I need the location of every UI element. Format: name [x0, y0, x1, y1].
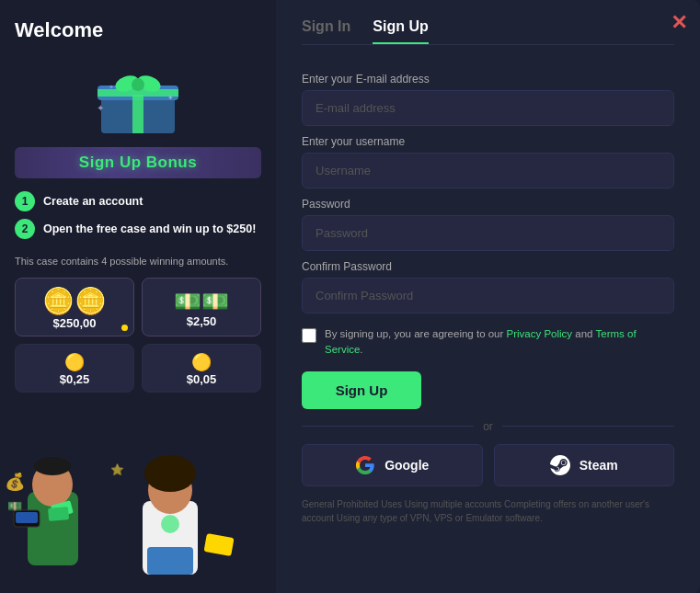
prize-dot-250 — [121, 325, 128, 331]
or-label: or — [483, 420, 493, 433]
tab-signup[interactable]: Sign Up — [373, 18, 428, 44]
step-2: 2 Open the free case and win up to $250! — [15, 219, 261, 239]
prize-icon-005: 🟡 — [191, 352, 212, 372]
characters-illustration: 💰 💵 ⭐ — [0, 418, 276, 593]
svg-rect-19 — [147, 547, 193, 575]
confirm-password-field[interactable] — [302, 278, 674, 314]
social-buttons: Google Steam — [302, 444, 674, 486]
terms-row: By signing up, you are agreeing to our P… — [302, 326, 674, 359]
privacy-policy-link[interactable]: Privacy Policy — [507, 328, 573, 339]
tab-signin[interactable]: Sign In — [302, 18, 350, 44]
steam-button[interactable]: Steam — [494, 444, 675, 486]
svg-text:✦: ✦ — [97, 103, 104, 113]
divider-line-right — [502, 426, 674, 427]
google-label: Google — [384, 458, 429, 473]
disclaimer: General Prohibited Uses Using multiple a… — [302, 497, 674, 525]
step-2-text: Open the free case and win up to $250! — [43, 222, 256, 235]
steps-list: 1 Create an account 2 Open the free case… — [15, 191, 261, 246]
svg-point-22 — [161, 515, 179, 533]
right-panel: Sign In Sign Up Enter your E-mail addres… — [276, 0, 700, 593]
signup-button[interactable]: Sign Up — [302, 371, 421, 409]
gift-box-illustration: ✦ ✦ ✦ — [83, 51, 193, 143]
step-1-num: 1 — [15, 191, 35, 211]
bonus-banner: Sign Up Bonus — [15, 147, 261, 178]
step-1-text: Create an account — [43, 195, 143, 208]
svg-rect-17 — [48, 507, 69, 521]
prize-amount-250: $250,00 — [53, 316, 97, 330]
username-field[interactable] — [302, 153, 674, 188]
google-icon — [355, 455, 375, 475]
svg-text:✦: ✦ — [109, 84, 114, 90]
prizes-grid: 🪙🪙 $250,00 💵💵 $2,50 🟡 $0,25 🟡 $0,05 — [15, 278, 261, 393]
steam-label: Steam — [580, 458, 618, 473]
prize-icon-250: 🪙🪙 — [42, 286, 107, 316]
svg-rect-23 — [204, 533, 235, 556]
prize-card-250c: 💵💵 $2,50 — [142, 278, 261, 336]
email-field[interactable] — [302, 90, 674, 126]
username-label: Enter your username — [302, 135, 674, 148]
svg-point-7 — [132, 78, 144, 91]
prize-amount-005: $0,05 — [187, 372, 217, 386]
case-info: This case contains 4 possible winning am… — [15, 256, 228, 267]
svg-text:⭐: ⭐ — [110, 462, 124, 476]
or-divider: or — [302, 420, 674, 433]
prize-card-250: 🪙🪙 $250,00 — [15, 278, 134, 336]
svg-text:✦: ✦ — [167, 94, 174, 102]
step-1: 1 Create an account — [15, 191, 261, 211]
left-panel: Welcome ✦ ✦ — [0, 0, 276, 593]
tabs: Sign In Sign Up — [302, 18, 674, 45]
svg-rect-3 — [132, 95, 143, 133]
password-field[interactable] — [302, 215, 674, 251]
confirm-password-label: Confirm Password — [302, 260, 674, 273]
welcome-title: Welcome — [15, 18, 103, 42]
email-label: Enter your E-mail address — [302, 73, 674, 86]
svg-text:💰: 💰 — [5, 472, 26, 492]
google-button[interactable]: Google — [302, 444, 483, 486]
terms-text: By signing up, you are agreeing to our P… — [325, 326, 674, 359]
svg-point-13 — [34, 457, 71, 475]
svg-rect-15 — [16, 512, 38, 523]
steam-icon — [550, 455, 570, 475]
close-button[interactable]: ✕ — [671, 11, 687, 35]
prize-amount-250c: $2,50 — [187, 314, 217, 328]
terms-checkbox[interactable] — [302, 328, 316, 343]
step-2-num: 2 — [15, 219, 35, 239]
svg-text:💵: 💵 — [7, 498, 23, 514]
prize-icon-025: 🟡 — [64, 352, 85, 372]
bonus-label: Sign Up Bonus — [79, 154, 197, 171]
prize-card-005: 🟡 $0,05 — [142, 344, 261, 393]
prize-amount-025: $0,25 — [60, 372, 90, 386]
svg-point-21 — [144, 455, 196, 492]
password-label: Password — [302, 198, 674, 211]
prize-card-025: 🟡 $0,25 — [15, 344, 134, 393]
prize-icon-250c: 💵💵 — [174, 289, 229, 314]
divider-line-left — [302, 426, 474, 427]
modal: ✕ Welcome — [0, 0, 700, 593]
